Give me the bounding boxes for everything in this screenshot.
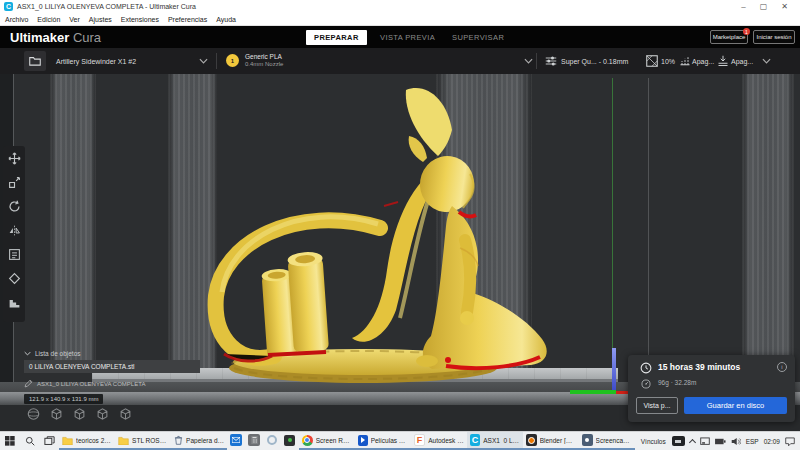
folder-icon: [62, 436, 73, 445]
menu-item-preferencias[interactable]: Preferencias: [168, 16, 207, 23]
save-to-disk-button[interactable]: Guardar en disco: [684, 397, 787, 414]
adhesion-icon: [717, 55, 729, 67]
marketplace-button[interactable]: Marketplace 1: [710, 30, 748, 44]
menu-item-edicion[interactable]: Edición: [37, 16, 60, 23]
sphere-icon: [26, 407, 41, 421]
object-list-header[interactable]: Lista de objetos: [24, 350, 81, 357]
viewport-3d[interactable]: Lista de objetos 0 LILIYA OLENYEVA COMPL…: [0, 74, 800, 431]
menu-item-ayuda[interactable]: Ayuda: [216, 16, 236, 23]
material-gauge-icon: [641, 379, 651, 389]
maximize-button[interactable]: ▢: [760, 0, 768, 13]
cube-icon: [49, 407, 64, 421]
collapse-chevron-icon: [24, 351, 31, 356]
titlebar: C ASX1_0 LILIYA OLENYEVA COMPLETA - Ulti…: [0, 0, 800, 13]
menu-item-ver[interactable]: Ver: [69, 16, 80, 23]
nozzle-label: 0.4mm Nozzle: [245, 61, 283, 67]
taskbar-app-autodesk[interactable]: F Autodesk F...: [411, 432, 467, 450]
window-title: ASX1_0 LILIYA OLENYEVA COMPLETA - Ultima…: [17, 3, 196, 10]
folder-icon: [118, 436, 129, 445]
print-settings-icon: [545, 55, 557, 67]
taskbar-app-stl-rosaly[interactable]: STL ROSALY...: [115, 432, 171, 450]
task-view-button[interactable]: [39, 432, 59, 450]
material-selector[interactable]: Generic PLA: [245, 53, 282, 60]
tab-preparar[interactable]: PREPARAR: [306, 30, 367, 45]
taskbar-app-teoricos[interactable]: teoricos 2020: [59, 432, 115, 450]
model-liliya-figure[interactable]: [180, 78, 650, 408]
cura-app-icon: C: [4, 2, 13, 11]
move-tool[interactable]: [7, 152, 21, 165]
calculator-icon: [248, 434, 260, 446]
taskbar-app-mail[interactable]: [227, 432, 245, 450]
cube-icon: [72, 407, 87, 421]
signin-button[interactable]: Iniciar sesión: [753, 30, 795, 44]
taskbar-app-peliculas[interactable]: Películas y TV: [355, 432, 411, 450]
movies-tv-icon: [358, 435, 368, 446]
chrome-icon: [302, 435, 313, 446]
tray-app-icon[interactable]: [672, 436, 685, 446]
taskbar-app-cura-active[interactable]: C ASX1_0 LILI...: [467, 432, 523, 450]
tab-supervisar[interactable]: SUPERVISAR: [444, 30, 512, 45]
chevron-down-icon[interactable]: [524, 58, 533, 64]
info-icon[interactable]: i: [777, 362, 787, 372]
taskbar-app-calculator[interactable]: [245, 432, 263, 450]
header-bar: Ultimaker Cura PREPARAR VISTA PREVIA SUP…: [0, 26, 800, 48]
tab-vista-previa[interactable]: VISTA PREVIA: [372, 30, 443, 45]
print-summary-card: 15 horas 39 minutos i 96g · 32.28m Vista…: [628, 355, 795, 422]
infill-setting[interactable]: 10%: [661, 48, 675, 74]
open-file-button[interactable]: [24, 51, 46, 71]
taskbar-app-screencast[interactable]: Screencast-...: [579, 432, 635, 450]
ghost-icon-row: [26, 407, 133, 421]
taskbar-app-dot[interactable]: [281, 432, 299, 450]
profile-setting[interactable]: Super Qu... - 0.18mm: [561, 48, 628, 74]
support-icon: [679, 55, 691, 67]
taskbar-app-blender[interactable]: Blender [D:\...: [523, 432, 579, 450]
menu-item-archivo[interactable]: Archivo: [5, 16, 28, 23]
adhesion-setting[interactable]: Apag...: [731, 48, 753, 74]
printer-selector[interactable]: Artillery Sidewinder X1 #2: [56, 48, 136, 74]
cura-icon: C: [470, 434, 480, 446]
tray-expand-icon[interactable]: [689, 438, 696, 445]
overhang-marker: [459, 212, 476, 216]
tray-window-icon[interactable]: [700, 437, 710, 446]
menu-item-extensiones[interactable]: Extensiones: [121, 16, 159, 23]
language-indicator[interactable]: ESP: [746, 438, 759, 445]
recycle-bin-icon: [174, 435, 183, 445]
minimize-button[interactable]: –: [741, 0, 745, 13]
infill-icon: [646, 55, 658, 67]
windows-logo-icon: [5, 436, 15, 446]
object-list-item[interactable]: 0 LILIYA OLENYEVA COMPLETA.stl: [24, 360, 200, 373]
mirror-tool[interactable]: [7, 224, 21, 237]
scale-tool[interactable]: [7, 176, 21, 189]
action-center-icon[interactable]: [785, 437, 795, 446]
clock[interactable]: 02:09: [764, 438, 780, 445]
start-button[interactable]: [0, 432, 20, 450]
taskbar-app-ring[interactable]: [263, 432, 281, 450]
menu-item-ajustes[interactable]: Ajustes: [89, 16, 112, 23]
search-button[interactable]: [20, 432, 40, 450]
close-button[interactable]: ✕: [781, 0, 788, 13]
taskbar-app-papelera[interactable]: Papelera de...: [171, 432, 227, 450]
material-usage: 96g · 32.28m: [658, 379, 696, 386]
background-pillar: [50, 74, 96, 368]
support-setting[interactable]: Apag...: [692, 48, 714, 74]
taskbar-app-screen-rec[interactable]: Screen Rec...: [299, 432, 355, 450]
brand-logo: Ultimaker Cura: [10, 30, 101, 45]
chevron-down-icon[interactable]: [762, 58, 771, 64]
tool-panel: [3, 146, 25, 322]
task-view-icon: [44, 436, 55, 446]
links-toolbar[interactable]: Vínculos: [635, 432, 672, 450]
battery-icon[interactable]: [715, 438, 726, 445]
volume-icon[interactable]: [731, 437, 741, 446]
screencast-icon: [582, 434, 593, 446]
preview-button[interactable]: Vista p...: [636, 397, 678, 414]
support-blocker-tool[interactable]: [7, 272, 21, 285]
cube-icon: [118, 407, 133, 421]
stairs-tool[interactable]: [7, 296, 21, 309]
chevron-down-icon[interactable]: [199, 58, 208, 64]
pencil-icon: [24, 379, 33, 388]
ring-icon: [267, 435, 277, 445]
per-model-settings-tool[interactable]: [7, 248, 21, 261]
windows-taskbar: teoricos 2020 STL ROSALY... Papelera de.…: [0, 431, 800, 450]
cube-icon: [95, 407, 110, 421]
rotate-tool[interactable]: [7, 200, 21, 213]
